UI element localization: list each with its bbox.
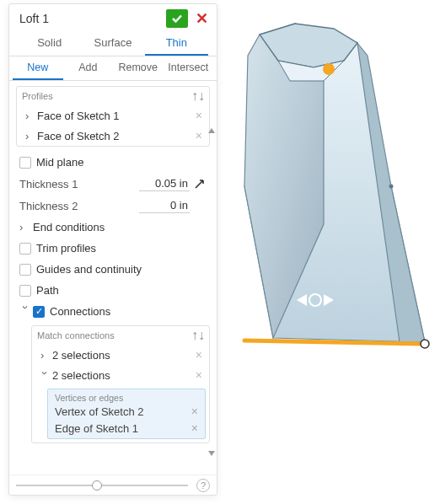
profiles-group: Profiles ↑↓ › Face of Sketch 1 × › Face …: [16, 86, 210, 147]
scroll-up-icon[interactable]: [208, 128, 215, 135]
profile-item-label: Face of Sketch 2: [37, 130, 194, 142]
reorder-icon[interactable]: ↑↓: [192, 90, 204, 102]
check-icon: [170, 12, 184, 25]
remove-selection-button[interactable]: ×: [191, 405, 198, 418]
selection-item-label: Vertex of Sketch 2: [55, 405, 191, 418]
tab-add[interactable]: Add: [63, 56, 114, 80]
tab-new[interactable]: New: [13, 56, 63, 80]
path-row[interactable]: Path: [16, 280, 210, 301]
tab-solid[interactable]: Solid: [18, 31, 81, 56]
connections-checkbox[interactable]: [33, 306, 45, 318]
remove-profile-button[interactable]: ×: [194, 109, 204, 122]
connections-label: Connections: [50, 305, 207, 318]
selection-item[interactable]: Edge of Sketch 1 ×: [48, 420, 205, 437]
mid-plane-row[interactable]: Mid plane: [16, 152, 210, 173]
guides-checkbox[interactable]: [19, 264, 31, 276]
remove-connection-button[interactable]: ×: [194, 348, 204, 362]
help-button[interactable]: ?: [196, 479, 210, 492]
tab-remove[interactable]: Remove: [113, 56, 164, 80]
chevron-down-icon: ›: [19, 306, 32, 318]
match-connections-label: Match connections: [37, 330, 192, 340]
active-selection-box: Vertices or edges Vertex of Sketch 2 × E…: [47, 389, 206, 439]
selection-type-label: Vertices or edges: [48, 391, 205, 403]
loft-feature-panel: Loft 1 ✕ Solid Surface Thin New Add Remo…: [8, 3, 217, 496]
tab-intersect[interactable]: Intersect: [164, 56, 214, 80]
chevron-down-icon: ›: [39, 371, 51, 379]
thickness2-label: Thickness 2: [19, 200, 139, 212]
chevron-right-icon: ›: [25, 130, 34, 142]
profile-item-label: Face of Sketch 1: [37, 110, 194, 122]
connections-row[interactable]: › Connections: [16, 301, 210, 322]
chevron-right-icon: ›: [19, 221, 31, 233]
scroll-down-icon[interactable]: [208, 451, 215, 456]
thickness2-row: Thickness 2: [16, 195, 210, 217]
selection-item[interactable]: Vertex of Sketch 2 ×: [48, 403, 205, 420]
feature-title: Loft 1: [19, 12, 166, 25]
panel-header: Loft 1 ✕: [9, 4, 217, 31]
connection-group-label: 2 selections: [52, 349, 194, 362]
guides-label: Guides and continuity: [36, 263, 207, 276]
path-label: Path: [36, 284, 207, 297]
trim-profiles-label: Trim profiles: [36, 242, 207, 255]
selection-item-label: Edge of Sketch 1: [55, 422, 191, 435]
thickness1-input[interactable]: [139, 176, 190, 191]
boolean-tabs: New Add Remove Intersect: [9, 56, 217, 81]
vertex-marker: [389, 185, 394, 189]
profiles-label: Profiles: [22, 91, 192, 101]
thickness1-label: Thickness 1: [19, 178, 139, 190]
trim-profiles-row[interactable]: Trim profiles: [16, 238, 210, 259]
slider-thumb[interactable]: [92, 480, 102, 491]
profile-item[interactable]: › Face of Sketch 1 ×: [17, 105, 209, 126]
reorder-icon[interactable]: ↑↓: [192, 330, 204, 341]
connection-group-label: 2 selections: [52, 369, 194, 382]
panel-footer: ?: [9, 475, 217, 495]
connection-group-item[interactable]: › 2 selections ×: [32, 345, 209, 365]
match-connections-group: Match connections ↑↓ › 2 selections × › …: [31, 325, 210, 443]
trim-profiles-checkbox[interactable]: [19, 243, 31, 255]
tab-thin[interactable]: Thin: [145, 31, 208, 56]
body-type-tabs: Solid Surface Thin: [9, 31, 217, 56]
connections-content: Match connections ↑↓ › 2 selections × › …: [31, 325, 210, 443]
path-checkbox[interactable]: [19, 285, 31, 297]
connection-group-item[interactable]: › 2 selections ×: [32, 365, 209, 385]
remove-connection-button[interactable]: ×: [194, 368, 204, 382]
confirm-button[interactable]: [166, 9, 188, 28]
measure-direction-button[interactable]: [193, 177, 207, 190]
chevron-right-icon: ›: [25, 110, 34, 122]
edge-endpoint-handle[interactable]: [421, 340, 429, 348]
viewport-3d[interactable]: [223, 5, 433, 369]
profile-item[interactable]: › Face of Sketch 2 ×: [17, 126, 209, 146]
tab-surface[interactable]: Surface: [81, 31, 144, 56]
selected-vertex-highlight: [323, 63, 335, 75]
panel-scroll-area: Profiles ↑↓ › Face of Sketch 1 × › Face …: [9, 81, 217, 475]
cancel-button[interactable]: ✕: [193, 10, 210, 27]
opacity-slider[interactable]: [16, 485, 188, 486]
thickness2-input[interactable]: [139, 198, 190, 213]
remove-selection-button[interactable]: ×: [191, 421, 198, 435]
mid-plane-label: Mid plane: [36, 156, 207, 169]
guides-row[interactable]: Guides and continuity: [16, 259, 210, 280]
end-conditions-row[interactable]: › End conditions: [16, 217, 210, 238]
arrow-icon: [194, 178, 206, 190]
close-icon: ✕: [196, 9, 208, 28]
chevron-right-icon: ›: [40, 349, 49, 362]
remove-profile-button[interactable]: ×: [194, 129, 204, 142]
thickness1-row: Thickness 1: [16, 173, 210, 195]
mid-plane-checkbox[interactable]: [19, 157, 31, 169]
end-conditions-label: End conditions: [33, 221, 207, 233]
